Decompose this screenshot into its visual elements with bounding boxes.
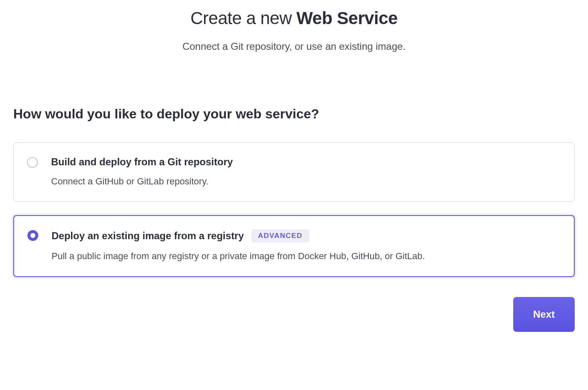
radio-icon [27,230,38,241]
option-description: Connect a GitHub or GitLab repository. [51,175,561,188]
page-title-prefix: Create a new [190,8,296,28]
option-content: Build and deploy from a Git repository C… [51,156,561,188]
option-title-row: Build and deploy from a Git repository [51,156,561,168]
option-title: Build and deploy from a Git repository [51,156,233,168]
option-description: Pull a public image from any registry or… [52,250,561,263]
option-title-row: Deploy an existing image from a registry… [52,229,561,243]
page-title-bold: Web Service [296,8,398,28]
option-git-repository[interactable]: Build and deploy from a Git repository C… [13,142,575,202]
advanced-badge: ADVANCED [251,229,309,243]
page-subtitle: Connect a Git repository, or use an exis… [13,41,575,52]
radio-icon [27,157,38,168]
option-content: Deploy an existing image from a registry… [52,229,561,263]
section-heading: How would you like to deploy your web se… [13,106,575,122]
option-existing-image[interactable]: Deploy an existing image from a registry… [13,215,575,277]
option-title: Deploy an existing image from a registry [52,230,244,242]
deploy-options: Build and deploy from a Git repository C… [13,142,575,277]
footer: Next [13,297,575,332]
page-title: Create a new Web Service [13,8,575,28]
next-button[interactable]: Next [513,297,575,332]
